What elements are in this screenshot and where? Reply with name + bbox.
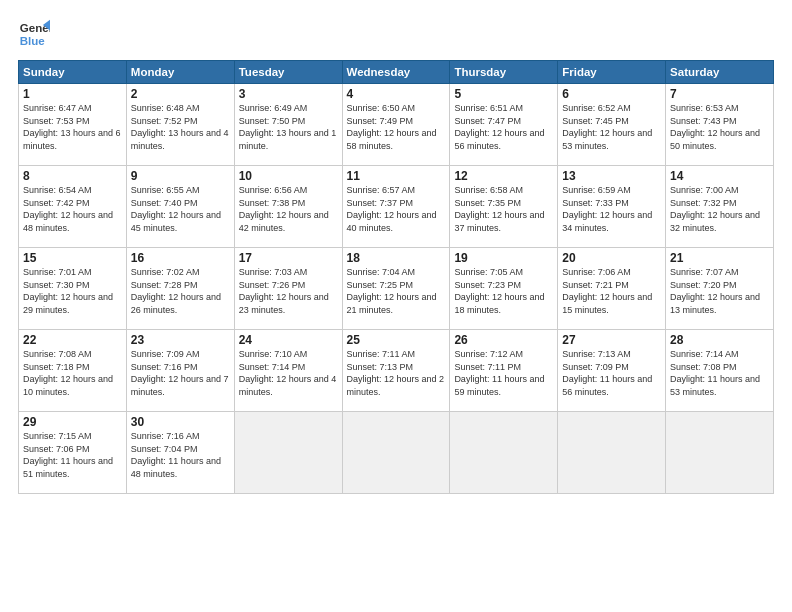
day-number: 14 [670,169,769,183]
day-number: 30 [131,415,230,429]
day-info: Sunrise: 7:12 AMSunset: 7:11 PMDaylight:… [454,349,544,397]
calendar-cell [558,412,666,494]
weekday-header: Thursday [450,61,558,84]
calendar-cell: 12 Sunrise: 6:58 AMSunset: 7:35 PMDaylig… [450,166,558,248]
day-info: Sunrise: 6:50 AMSunset: 7:49 PMDaylight:… [347,103,437,151]
day-info: Sunrise: 6:47 AMSunset: 7:53 PMDaylight:… [23,103,121,151]
calendar-cell: 6 Sunrise: 6:52 AMSunset: 7:45 PMDayligh… [558,84,666,166]
day-number: 28 [670,333,769,347]
calendar-cell: 22 Sunrise: 7:08 AMSunset: 7:18 PMDaylig… [19,330,127,412]
day-info: Sunrise: 6:55 AMSunset: 7:40 PMDaylight:… [131,185,221,233]
calendar-cell: 10 Sunrise: 6:56 AMSunset: 7:38 PMDaylig… [234,166,342,248]
day-number: 24 [239,333,338,347]
day-number: 12 [454,169,553,183]
day-info: Sunrise: 6:49 AMSunset: 7:50 PMDaylight:… [239,103,337,151]
day-number: 5 [454,87,553,101]
day-info: Sunrise: 7:07 AMSunset: 7:20 PMDaylight:… [670,267,760,315]
calendar-cell: 21 Sunrise: 7:07 AMSunset: 7:20 PMDaylig… [666,248,774,330]
calendar-cell: 2 Sunrise: 6:48 AMSunset: 7:52 PMDayligh… [126,84,234,166]
day-info: Sunrise: 7:04 AMSunset: 7:25 PMDaylight:… [347,267,437,315]
day-info: Sunrise: 6:53 AMSunset: 7:43 PMDaylight:… [670,103,760,151]
day-info: Sunrise: 6:54 AMSunset: 7:42 PMDaylight:… [23,185,113,233]
day-info: Sunrise: 7:08 AMSunset: 7:18 PMDaylight:… [23,349,113,397]
day-info: Sunrise: 7:00 AMSunset: 7:32 PMDaylight:… [670,185,760,233]
day-number: 22 [23,333,122,347]
calendar-cell: 28 Sunrise: 7:14 AMSunset: 7:08 PMDaylig… [666,330,774,412]
day-info: Sunrise: 6:48 AMSunset: 7:52 PMDaylight:… [131,103,229,151]
day-number: 13 [562,169,661,183]
day-number: 21 [670,251,769,265]
day-number: 6 [562,87,661,101]
day-number: 20 [562,251,661,265]
header: General Blue [18,18,774,50]
day-number: 29 [23,415,122,429]
day-info: Sunrise: 7:01 AMSunset: 7:30 PMDaylight:… [23,267,113,315]
weekday-header: Friday [558,61,666,84]
calendar-cell: 7 Sunrise: 6:53 AMSunset: 7:43 PMDayligh… [666,84,774,166]
day-number: 23 [131,333,230,347]
calendar-cell: 13 Sunrise: 6:59 AMSunset: 7:33 PMDaylig… [558,166,666,248]
calendar-cell: 29 Sunrise: 7:15 AMSunset: 7:06 PMDaylig… [19,412,127,494]
day-number: 27 [562,333,661,347]
day-number: 9 [131,169,230,183]
calendar-cell [666,412,774,494]
day-number: 25 [347,333,446,347]
day-number: 17 [239,251,338,265]
day-info: Sunrise: 7:14 AMSunset: 7:08 PMDaylight:… [670,349,760,397]
weekday-header: Sunday [19,61,127,84]
day-number: 16 [131,251,230,265]
day-info: Sunrise: 6:52 AMSunset: 7:45 PMDaylight:… [562,103,652,151]
day-number: 26 [454,333,553,347]
calendar-cell: 3 Sunrise: 6:49 AMSunset: 7:50 PMDayligh… [234,84,342,166]
calendar-cell: 26 Sunrise: 7:12 AMSunset: 7:11 PMDaylig… [450,330,558,412]
calendar-cell: 5 Sunrise: 6:51 AMSunset: 7:47 PMDayligh… [450,84,558,166]
calendar-cell: 17 Sunrise: 7:03 AMSunset: 7:26 PMDaylig… [234,248,342,330]
day-info: Sunrise: 7:11 AMSunset: 7:13 PMDaylight:… [347,349,445,397]
calendar-cell: 8 Sunrise: 6:54 AMSunset: 7:42 PMDayligh… [19,166,127,248]
day-number: 19 [454,251,553,265]
calendar-cell: 27 Sunrise: 7:13 AMSunset: 7:09 PMDaylig… [558,330,666,412]
calendar-cell: 18 Sunrise: 7:04 AMSunset: 7:25 PMDaylig… [342,248,450,330]
calendar-cell [450,412,558,494]
calendar-table: SundayMondayTuesdayWednesdayThursdayFrid… [18,60,774,494]
day-info: Sunrise: 6:58 AMSunset: 7:35 PMDaylight:… [454,185,544,233]
weekday-header: Tuesday [234,61,342,84]
calendar-cell: 15 Sunrise: 7:01 AMSunset: 7:30 PMDaylig… [19,248,127,330]
day-info: Sunrise: 6:51 AMSunset: 7:47 PMDaylight:… [454,103,544,151]
logo-icon: General Blue [18,18,50,50]
calendar-cell: 24 Sunrise: 7:10 AMSunset: 7:14 PMDaylig… [234,330,342,412]
logo: General Blue [18,18,50,50]
calendar-cell [234,412,342,494]
day-info: Sunrise: 7:06 AMSunset: 7:21 PMDaylight:… [562,267,652,315]
day-number: 3 [239,87,338,101]
calendar-cell: 14 Sunrise: 7:00 AMSunset: 7:32 PMDaylig… [666,166,774,248]
calendar-page: General Blue SundayMondayTuesdayWednesda… [0,0,792,612]
day-info: Sunrise: 7:03 AMSunset: 7:26 PMDaylight:… [239,267,329,315]
day-info: Sunrise: 7:15 AMSunset: 7:06 PMDaylight:… [23,431,113,479]
day-info: Sunrise: 7:10 AMSunset: 7:14 PMDaylight:… [239,349,337,397]
calendar-cell: 23 Sunrise: 7:09 AMSunset: 7:16 PMDaylig… [126,330,234,412]
calendar-cell: 11 Sunrise: 6:57 AMSunset: 7:37 PMDaylig… [342,166,450,248]
day-number: 10 [239,169,338,183]
weekday-header: Monday [126,61,234,84]
day-number: 8 [23,169,122,183]
calendar-cell: 25 Sunrise: 7:11 AMSunset: 7:13 PMDaylig… [342,330,450,412]
calendar-cell: 9 Sunrise: 6:55 AMSunset: 7:40 PMDayligh… [126,166,234,248]
calendar-cell: 19 Sunrise: 7:05 AMSunset: 7:23 PMDaylig… [450,248,558,330]
calendar-cell: 30 Sunrise: 7:16 AMSunset: 7:04 PMDaylig… [126,412,234,494]
calendar-cell: 20 Sunrise: 7:06 AMSunset: 7:21 PMDaylig… [558,248,666,330]
day-number: 4 [347,87,446,101]
weekday-header: Wednesday [342,61,450,84]
calendar-cell: 1 Sunrise: 6:47 AMSunset: 7:53 PMDayligh… [19,84,127,166]
day-number: 2 [131,87,230,101]
day-info: Sunrise: 7:05 AMSunset: 7:23 PMDaylight:… [454,267,544,315]
calendar-cell: 4 Sunrise: 6:50 AMSunset: 7:49 PMDayligh… [342,84,450,166]
day-number: 1 [23,87,122,101]
calendar-cell [342,412,450,494]
day-number: 15 [23,251,122,265]
day-number: 18 [347,251,446,265]
day-info: Sunrise: 7:02 AMSunset: 7:28 PMDaylight:… [131,267,221,315]
day-info: Sunrise: 6:57 AMSunset: 7:37 PMDaylight:… [347,185,437,233]
day-info: Sunrise: 6:59 AMSunset: 7:33 PMDaylight:… [562,185,652,233]
svg-text:Blue: Blue [20,35,46,47]
